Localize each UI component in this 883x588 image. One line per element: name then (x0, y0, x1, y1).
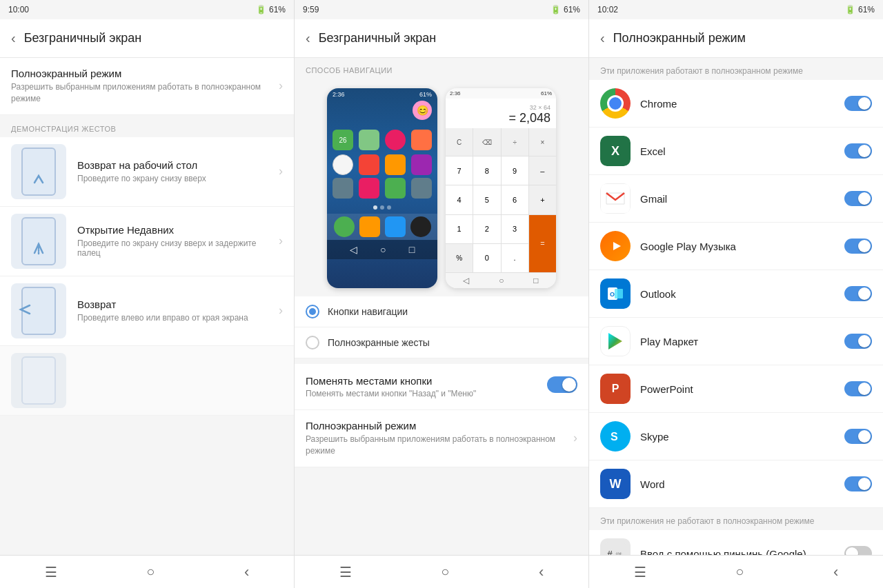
phone-mockup-home: 2:36 61% 😊 26 (327, 88, 437, 288)
gesture-home-desc: Проведите по экрану снизу вверх (77, 174, 273, 183)
gesture-thumb-home (11, 144, 66, 199)
chrome-icon (600, 88, 631, 119)
app-item-gmail: Gmail (589, 175, 883, 223)
toggle-chrome[interactable] (844, 96, 872, 111)
fullscreen-mode-content-panel1: Полноэкранный режим Разрешить выбранным … (11, 68, 273, 105)
app-icon-playmarket (600, 326, 631, 356)
toggle-ppt[interactable] (844, 381, 872, 396)
toggle-gplay[interactable] (844, 239, 872, 254)
menu-btn-panel3[interactable]: ☰ (634, 564, 646, 580)
gesture-home[interactable]: Возврат на рабочий стол Проведите по экр… (0, 137, 294, 207)
panel2-title: Безграничный экран (319, 31, 437, 45)
home-btn-panel3[interactable]: ○ (735, 564, 744, 580)
menu-btn-panel2[interactable]: ☰ (339, 564, 352, 580)
gesture-recent[interactable]: Открытие Недавних Проведите по экрану сн… (0, 207, 294, 276)
swap-toggle-switch[interactable] (547, 376, 577, 393)
status-bars: 10:00 🔋 61% 9:59 🔋 61% 10:02 🔋 61% (0, 0, 883, 19)
status-right-panel3: 🔋 61% (845, 5, 875, 14)
toggle-skype[interactable] (844, 429, 872, 444)
app-name-pinyin: Ввод с помощью пиньинь (Google) (640, 548, 844, 556)
app-item-gplay: Google Play Музыка (589, 223, 883, 270)
panel1: ‹ Безграничный экран Полноэкранный режим… (0, 19, 295, 588)
svg-text:S: S (611, 431, 618, 443)
app-item-excel: X Excel (589, 128, 883, 175)
app-item-playmarket: Play Маркет (589, 318, 883, 365)
gesture-thumb-extra (11, 353, 66, 408)
gplay-icon (600, 231, 631, 261)
gesture-recent-title: Открытие Недавних (77, 224, 273, 236)
back-button-panel1[interactable]: ‹ (11, 30, 16, 46)
app-item-outlook: O Outlook (589, 270, 883, 318)
toggle-pinyin[interactable] (844, 546, 872, 555)
panel1-content: Полноэкранный режим Разрешить выбранным … (0, 58, 294, 555)
toggle-word[interactable] (844, 476, 872, 491)
back-btn-panel2[interactable]: ‹ (539, 563, 544, 581)
radio-label-fullscreen-gestures: Полноэкранные жесты (328, 337, 430, 348)
back-button-panel3[interactable]: ‹ (600, 30, 605, 46)
panel3-header: ‹ Полноэкранный режим (589, 19, 883, 58)
app-item-chrome: Chrome (589, 80, 883, 128)
app-name-skype: Skype (640, 431, 844, 443)
toggle-excel[interactable] (844, 143, 872, 159)
phone-mock-extra (21, 356, 56, 405)
nav-section-label: СПОСОБ НАВИГАЦИИ (295, 58, 588, 80)
gesture-back-desc: Проведите влево или вправо от края экран… (77, 313, 273, 323)
ppt-icon: P (600, 374, 631, 404)
gesture-thumb-back (11, 283, 66, 338)
app-icon-gplay (600, 231, 631, 261)
gesture-extra[interactable] (0, 346, 294, 416)
status-right-panel1: 🔋 61% (256, 5, 286, 14)
fullscreen-apps-label: Эти приложения работают в полноэкранном … (589, 58, 883, 80)
radio-navigation-buttons[interactable]: Кнопки навигации (295, 296, 588, 327)
menu-btn-panel1[interactable]: ☰ (45, 564, 57, 580)
home-btn-panel1[interactable]: ○ (146, 564, 155, 580)
nav-preview: 2:36 61% 😊 26 (295, 80, 588, 296)
fullscreen-mode-item-panel2[interactable]: Полноэкранный режим Разрешить выбранным … (295, 410, 588, 467)
calc-nav: ◁ ○ □ (446, 272, 556, 288)
home-btn-panel2[interactable]: ○ (441, 564, 449, 580)
battery-icon-panel2: 🔋 (550, 5, 561, 14)
gesture-thumb-recent (11, 214, 66, 269)
app-icon-word: W (600, 469, 631, 499)
gmail-icon (600, 183, 631, 214)
toggle-outlook[interactable] (844, 286, 872, 301)
app-item-pinyin: # 拼 Ввод с помощью пиньинь (Google) (589, 530, 883, 555)
radio-circle-unselected (306, 336, 319, 349)
svg-marker-7 (608, 333, 622, 349)
status-bar-panel2: 9:59 🔋 61% (295, 0, 589, 19)
back-button-panel2[interactable]: ‹ (306, 30, 310, 46)
fullscreen-mode-content-panel2: Полноэкранный режим Разрешить выбранным … (306, 420, 568, 457)
bottom-nav-panel1: ☰ ○ ‹ (0, 555, 294, 588)
chevron-icon-gesture-recent: › (279, 234, 283, 248)
skype-icon: S (600, 421, 631, 452)
battery-icon-panel1: 🔋 (256, 5, 266, 14)
battery-level-panel3: 61% (858, 5, 875, 14)
toggle-playmarket[interactable] (844, 334, 872, 349)
panel3-title: Полноэкранный режим (613, 31, 746, 45)
radio-fullscreen-gestures[interactable]: Полноэкранные жесты (295, 327, 588, 358)
panel2: ‹ Безграничный экран СПОСОБ НАВИГАЦИИ 2:… (295, 19, 589, 588)
gesture-home-text: Возврат на рабочий стол Проведите по экр… (77, 159, 273, 183)
phone-icons-row3 (327, 175, 437, 201)
app-name-gmail: Gmail (640, 193, 844, 205)
swap-toggle-text: Поменять местами кнопки Поменять местами… (306, 375, 539, 398)
time-panel2: 9:59 (303, 5, 319, 14)
back-btn-panel1[interactable]: ‹ (244, 563, 249, 581)
chevron-icon-panel2-fullscreen: › (573, 431, 577, 445)
app-item-skype: S Skype (589, 413, 883, 460)
panel2-header: ‹ Безграничный экран (295, 19, 588, 58)
calc-buttons: C ⌫ ÷ × 7 8 9 – 4 5 6 + 1 2 3 (446, 128, 556, 272)
toggle-gmail[interactable] (844, 191, 872, 206)
back-btn-panel3[interactable]: ‹ (833, 563, 838, 581)
status-right-panel2: 🔋 61% (550, 5, 580, 14)
app-icon-pinyin: # 拼 (600, 538, 631, 555)
swap-toggle-item: Поменять местами кнопки Поменять местами… (295, 364, 588, 410)
gesture-recent-text: Открытие Недавних Проведите по экрану сн… (77, 224, 273, 258)
gesture-recent-desc: Проведите по экрану снизу вверх и задерж… (77, 239, 273, 258)
app-name-playmarket: Play Маркет (640, 336, 844, 347)
app-name-excel: Excel (640, 145, 844, 157)
gesture-back[interactable]: Возврат Проведите влево или вправо от кр… (0, 276, 294, 346)
gesture-home-title: Возврат на рабочий стол (77, 159, 273, 171)
fullscreen-mode-item-panel1[interactable]: Полноэкранный режим Разрешить выбранным … (0, 58, 294, 115)
app-name-gplay: Google Play Музыка (640, 241, 844, 252)
